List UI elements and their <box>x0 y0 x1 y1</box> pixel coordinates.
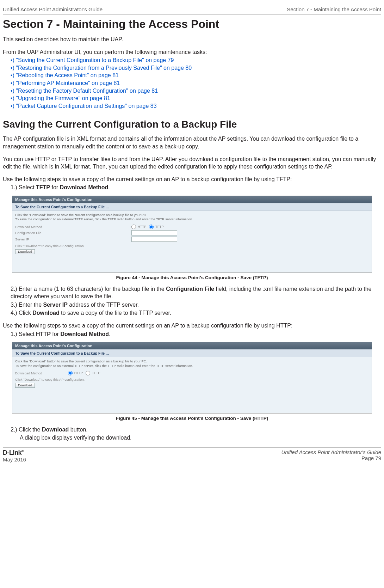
header-left: Unified Access Point Administrator's Gui… <box>3 6 103 12</box>
tftp-step-4: 4.) Click Download to save a copy of the… <box>3 309 381 317</box>
bold: Server IP <box>43 302 68 308</box>
label-download-method: Download Method <box>15 225 131 229</box>
bold: Download <box>42 427 69 433</box>
text: 1.) Select <box>11 184 36 190</box>
bold: Download <box>32 310 59 316</box>
link-ap-maintenance[interactable]: "Performing AP Maintenance" on page 81 <box>16 80 120 86</box>
page-header: Unified Access Point Administrator's Gui… <box>3 6 381 15</box>
text: 1.) Select <box>11 331 36 337</box>
link-packet-capture[interactable]: "Packet Capture Configuration and Settin… <box>16 103 156 109</box>
link-factory-reset[interactable]: "Resetting the Factory Default Configura… <box>16 88 158 94</box>
http-step-2: 2.) Click the Download button. <box>3 426 381 434</box>
text: Click the "Download" button to save the … <box>15 359 147 363</box>
link-save-config[interactable]: "Saving the Current Configuration to a B… <box>16 57 174 63</box>
bold: Download Method <box>60 184 109 190</box>
text: button. <box>69 427 87 433</box>
http-step-1: 1.) Select HTTP for Download Method. <box>3 330 381 338</box>
bold: Download Method <box>60 331 109 337</box>
row-server-ip: Server IP <box>15 237 369 242</box>
footer-guide-title: Unified Access Point Administrator's Gui… <box>281 449 381 455</box>
text: Click the "Download" button to save the … <box>15 213 147 217</box>
text: TFTP <box>92 371 100 375</box>
figure-44-caption: Figure 44 - Manage this Access Point's C… <box>3 275 381 280</box>
row-config-file: Configuration File <box>15 230 369 235</box>
figure-45-panel: Manage this Access Point's Configuration… <box>12 342 372 414</box>
header-right: Section 7 - Maintaining the Access Point <box>287 6 381 12</box>
text: 3.) Enter the <box>11 302 43 308</box>
radio-tftp-label[interactable]: TFTP <box>149 225 163 229</box>
label-download-method: Download Method <box>15 371 68 375</box>
radio-tftp-label[interactable]: TFTP <box>86 371 100 375</box>
text: to save a copy of the file to the TFTP s… <box>60 310 172 316</box>
page-footer: D-Link® May 2016 Unified Access Point Ad… <box>3 447 381 463</box>
text: 2.) Click the <box>11 427 42 433</box>
text: address of the TFTP server. <box>68 302 139 308</box>
footer-page-number: Page 79 <box>361 455 381 461</box>
bold: Configuration File <box>166 286 214 292</box>
text: TFTP <box>155 225 164 228</box>
text: . <box>108 184 110 190</box>
text: for <box>50 184 60 190</box>
download-note: Click "Download" to copy this AP configu… <box>15 378 369 381</box>
footer-left: D-Link® May 2016 <box>3 449 26 463</box>
download-button[interactable]: Download <box>15 249 35 254</box>
download-button[interactable]: Download <box>15 383 35 388</box>
text: . <box>109 331 110 337</box>
panel-sub: To Save the Current Configuration to a B… <box>12 203 372 211</box>
row-download-method: Download Method HTTP TFTP <box>15 225 369 229</box>
text: HTTP <box>74 371 83 375</box>
text: 4.) Click <box>11 310 32 316</box>
radio-http-label[interactable]: HTTP <box>68 371 83 375</box>
radio-http[interactable] <box>131 225 136 229</box>
intro-2: From the UAP Administrator UI, you can p… <box>3 48 381 56</box>
bold: TFTP <box>36 184 50 190</box>
input-config-file[interactable] <box>131 230 177 235</box>
intro-1: This section describes how to maintain t… <box>3 36 381 43</box>
figure-45-caption: Figure 45 - Manage this Access Point's C… <box>3 416 381 421</box>
link-restore-config[interactable]: "Restoring the Configuration from a Prev… <box>16 65 192 71</box>
body-para-4: Use the following steps to save a copy o… <box>3 322 381 330</box>
tftp-step-2: 2.) Enter a name (1 to 63 characters) fo… <box>3 285 381 300</box>
body-para-1: The AP configuration file is in XML form… <box>3 135 381 150</box>
maintenance-links: "Saving the Current Configuration to a B… <box>3 56 381 110</box>
figure-44-panel: Manage this Access Point's Configuration… <box>12 196 372 273</box>
download-note: Click "Download" to copy this AP configu… <box>15 244 369 248</box>
subsection-title: Saving the Current Configuration to a Ba… <box>3 119 381 130</box>
input-server-ip[interactable] <box>131 237 177 242</box>
panel-hint: Click the "Download" button to save the … <box>15 359 369 368</box>
radio-tftp[interactable] <box>149 225 154 229</box>
panel-title: Manage this Access Point's Configuration <box>12 196 372 203</box>
row-download-method: Download Method HTTP TFTP <box>15 371 369 375</box>
footer-date: May 2016 <box>3 457 26 463</box>
brand-logo: D-Link® <box>3 449 24 456</box>
tftp-step-1: 1.) Select TFTP for Download Method. <box>3 184 381 191</box>
label-config-file: Configuration File <box>15 231 131 235</box>
panel-hint: Click the "Download" button to save the … <box>15 213 369 222</box>
bold: HTTP <box>36 331 51 337</box>
panel-sub: To Save the Current Configuration to a B… <box>12 349 372 357</box>
link-upgrade-firmware[interactable]: "Upgrading the Firmware" on page 81 <box>16 95 110 101</box>
section-title: Section 7 - Maintaining the Access Point <box>3 18 381 31</box>
http-step-2-sub: A dialog box displays verifying the down… <box>3 434 381 442</box>
text: HTTP <box>138 225 147 228</box>
body-para-2: You can use HTTP or TFTP to transfer fil… <box>3 155 381 171</box>
text: To save the configuration to an external… <box>15 364 193 368</box>
radio-http[interactable] <box>68 371 73 375</box>
body-para-3: Use the following steps to save a copy o… <box>3 176 381 183</box>
radio-tftp[interactable] <box>86 371 90 375</box>
label-server-ip: Server IP <box>15 237 131 241</box>
link-reboot[interactable]: "Rebooting the Access Point" on page 81 <box>16 72 119 78</box>
tftp-step-3: 3.) Enter the Server IP address of the T… <box>3 301 381 309</box>
text: To save the configuration to an external… <box>15 217 193 221</box>
text: 2.) Enter a name (1 to 63 characters) fo… <box>11 286 166 292</box>
text: for <box>51 331 61 337</box>
panel-title: Manage this Access Point's Configuration <box>12 342 372 349</box>
radio-http-label[interactable]: HTTP <box>131 225 146 229</box>
footer-right: Unified Access Point Administrator's Gui… <box>281 449 381 463</box>
